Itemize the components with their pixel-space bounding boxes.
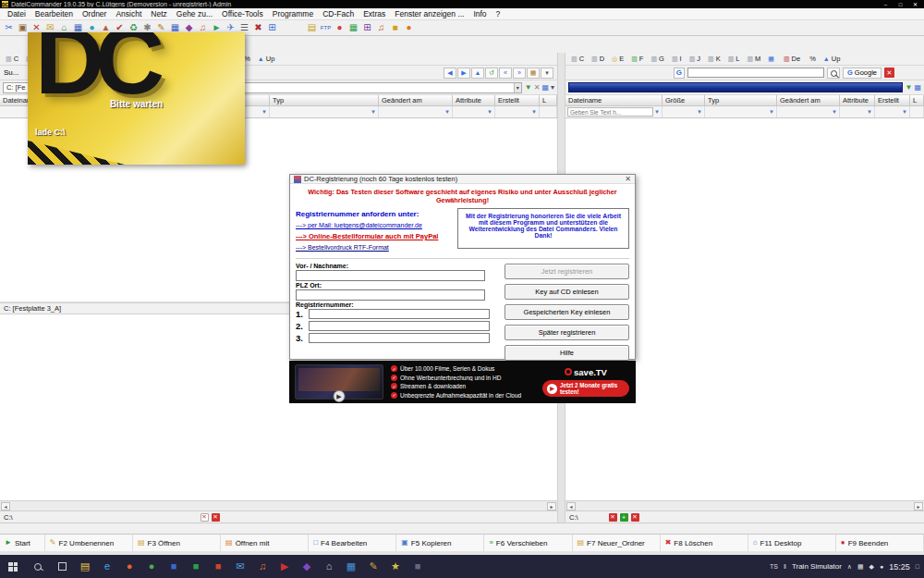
nav-button[interactable]: ▦: [527, 68, 540, 79]
menu-item[interactable]: ?: [492, 9, 505, 18]
drive-button[interactable]: ▥ C: [2, 54, 22, 65]
column-header-created[interactable]: Erstellt: [875, 95, 910, 105]
plz-input[interactable]: [296, 289, 485, 301]
task-view-button[interactable]: [50, 555, 74, 578]
drive-button[interactable]: ▲ Up: [254, 54, 279, 65]
order-form-link[interactable]: ---> Online-Bestellformular auch mit Pay…: [296, 232, 452, 240]
drive-button[interactable]: ▥ F: [627, 54, 647, 65]
maximize-button[interactable]: □: [894, 1, 907, 8]
taskbar-app-icon[interactable]: ♫: [251, 555, 274, 578]
nav-button[interactable]: «: [499, 68, 512, 79]
clear-filter-icon[interactable]: ✕: [534, 84, 541, 92]
function-key-button[interactable]: ● F9 Beenden: [836, 535, 924, 551]
drive-button[interactable]: ▥ M: [743, 54, 764, 65]
nav-button[interactable]: »: [513, 68, 526, 79]
taskbar-app-icon[interactable]: ■: [185, 555, 207, 578]
red-x-icon[interactable]: ✕: [631, 513, 639, 522]
filter-green-icon[interactable]: ▼: [906, 84, 913, 92]
drive-button[interactable]: ▥ G: [647, 54, 667, 65]
taskbar-app-icon[interactable]: ▶: [274, 555, 296, 578]
filter-funnel-icon[interactable]: ▼: [487, 109, 492, 115]
start-button[interactable]: [0, 555, 26, 578]
taskbar-app-icon[interactable]: ▦: [340, 555, 362, 578]
menu-item[interactable]: Netz: [146, 9, 171, 18]
registration-key-input[interactable]: [309, 333, 490, 343]
tray-misc-icon[interactable]: ●: [880, 563, 883, 570]
menu-item[interactable]: Datei: [3, 9, 30, 18]
close-button[interactable]: ✕: [908, 1, 922, 8]
volume-icon[interactable]: ◆: [869, 563, 874, 571]
taskbar-app-icon[interactable]: ▤: [74, 555, 96, 578]
filter-funnel-icon[interactable]: ▼: [769, 109, 774, 115]
taskbar-search-button[interactable]: [26, 555, 50, 578]
nav-button[interactable]: ◀: [444, 68, 456, 79]
clock[interactable]: 15:25: [889, 562, 910, 572]
minimize-button[interactable]: –: [879, 1, 893, 8]
dialog-button[interactable]: Später registrieren: [505, 325, 629, 340]
column-header-l[interactable]: L: [910, 95, 924, 105]
taskbar-app-icon[interactable]: ■: [407, 555, 429, 578]
taskbar-app-icon[interactable]: ●: [118, 555, 140, 578]
taskbar-app-icon[interactable]: ●: [140, 555, 163, 578]
taskbar-app-icon[interactable]: ✉: [229, 555, 251, 578]
right-horizontal-scrollbar[interactable]: ◂ ▸: [565, 500, 924, 510]
menu-item[interactable]: Extras: [359, 9, 390, 18]
ad-cta-button[interactable]: ▶ Jetzt 2 Monate gratis testen!: [542, 380, 629, 397]
filter-funnel-icon[interactable]: ▼: [867, 109, 872, 115]
drive-button[interactable]: ▦: [764, 54, 780, 65]
column-header-type[interactable]: Typ: [705, 95, 777, 105]
scroll-right-icon[interactable]: ▸: [547, 502, 556, 510]
column-header-l[interactable]: L: [540, 95, 557, 105]
dialog-button[interactable]: Key auf CD einlesen: [505, 284, 629, 300]
function-key-button[interactable]: ▤ F7 Neuer_Ordner: [573, 535, 661, 551]
toolbar-icon[interactable]: ♫: [374, 21, 388, 34]
left-horizontal-scrollbar[interactable]: ◂ ▸: [0, 500, 557, 510]
clear-selection-icon[interactable]: ✕: [201, 513, 209, 522]
drive-button[interactable]: ◎ E: [608, 54, 627, 65]
ad-banner[interactable]: ▶ ✓ Über 10.000 Filme, Serien & Dokus ✓ …: [289, 361, 636, 403]
taskbar-app-icon[interactable]: ■: [163, 555, 185, 578]
menu-item[interactable]: Ordner: [78, 9, 111, 18]
menu-item[interactable]: Fenster anzeigen ...: [390, 9, 468, 18]
column-header-name[interactable]: Dateiname: [565, 95, 663, 105]
nav-button[interactable]: ▲: [471, 68, 484, 79]
search-files-button[interactable]: Su...: [4, 68, 18, 77]
registration-key-input[interactable]: [309, 321, 490, 331]
more-options-icon[interactable]: ▾: [551, 84, 554, 92]
dialog-button[interactable]: Jetzt registrieren: [505, 264, 629, 279]
toolbar-icon[interactable]: ⊞: [360, 21, 374, 34]
dialog-close-icon[interactable]: ✕: [625, 175, 631, 183]
menu-item[interactable]: CD-Fach: [318, 9, 359, 18]
tray-ts-label[interactable]: TS: [770, 563, 778, 570]
taskbar-app-icon[interactable]: ■: [207, 555, 229, 578]
toolbar-icon[interactable]: ▤: [305, 21, 319, 34]
tray-chevron-up-icon[interactable]: ∧: [847, 563, 852, 571]
rtf-form-link[interactable]: ---> Bestellvordruck RTF-Format: [296, 244, 452, 251]
filter-funnel-icon[interactable]: ▼: [371, 109, 376, 115]
function-key-button[interactable]: ✎ F2 Umbenennen: [45, 535, 133, 551]
function-key-button[interactable]: □ F4 Bearbeiten: [309, 535, 396, 551]
taskbar-app-icon[interactable]: ✎: [362, 555, 384, 578]
name-filter-input[interactable]: [567, 107, 653, 117]
taskbar-app-icon[interactable]: ⌂: [318, 555, 340, 578]
function-key-button[interactable]: » F6 Verschieben: [484, 535, 572, 551]
toolbar-icon[interactable]: ▦: [346, 21, 360, 34]
function-key-button[interactable]: ✖ F8 Löschen: [661, 535, 748, 551]
filter-funnel-icon[interactable]: ▼: [832, 109, 837, 115]
right-path-bar[interactable]: [568, 82, 903, 92]
network-icon[interactable]: ▦: [857, 563, 864, 571]
filter-funnel-icon[interactable]: ▼: [697, 109, 702, 115]
plus-icon[interactable]: +: [620, 513, 628, 522]
drive-button[interactable]: ▥ D: [588, 54, 608, 65]
drive-button[interactable]: ▥ J: [686, 54, 704, 65]
toolbar-icon[interactable]: ✂: [2, 21, 16, 34]
scroll-right-icon[interactable]: ▸: [914, 502, 923, 510]
function-key-button[interactable]: ▤ Öffnen mit: [221, 535, 309, 551]
dialog-button[interactable]: Gespeicherten Key einlesen: [505, 304, 629, 320]
name-input[interactable]: [296, 270, 485, 281]
function-key-button[interactable]: ▣ F5 Kopieren: [396, 535, 484, 551]
drive-button[interactable]: ▥ C: [567, 54, 588, 65]
function-key-button[interactable]: ⌂ F11 Desktop: [748, 535, 836, 551]
drive-button[interactable]: ▥ De: [780, 54, 804, 65]
function-key-button[interactable]: ► Start: [0, 535, 45, 551]
